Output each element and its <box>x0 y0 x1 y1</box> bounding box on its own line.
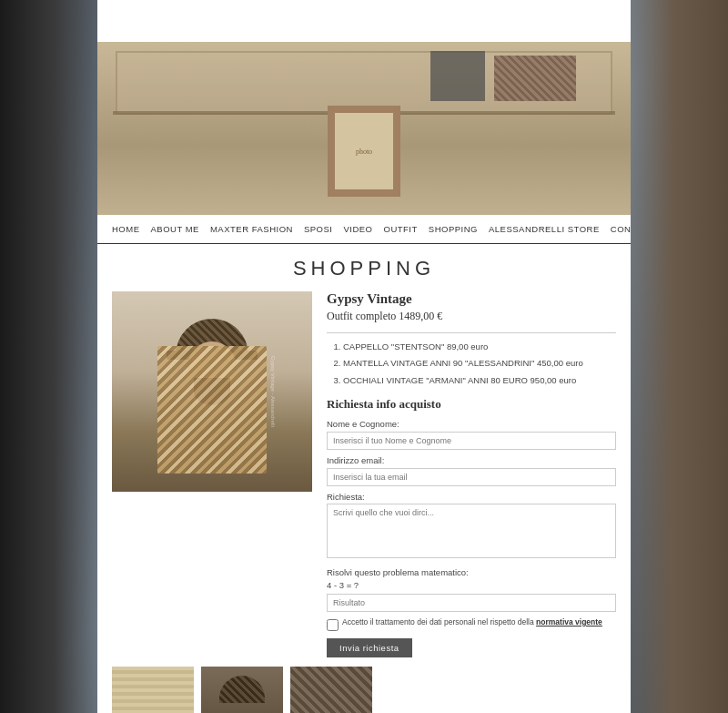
product-title: Gypsy Vintage <box>327 291 616 307</box>
nav-contact[interactable]: CONTACT <box>605 222 631 236</box>
privacy-link[interactable]: normativa vigente <box>536 617 602 626</box>
nav-video[interactable]: VIDEO <box>338 222 378 236</box>
nav-outfit[interactable]: OUTFIT <box>379 222 423 236</box>
form-title: Richiesta info acquisto <box>327 397 616 412</box>
product-price: Outfit completo 1489,00 € <box>327 310 616 323</box>
hero-cloth2 <box>430 51 485 101</box>
privacy-label: Accetto il trattamento dei dati personal… <box>342 617 602 628</box>
watermark: Gypsy Vintage - Alessandrelli <box>270 356 276 427</box>
nav-home[interactable]: HOME <box>106 222 146 236</box>
hero-image: photo <box>97 42 631 215</box>
thumb-3[interactable] <box>290 667 372 713</box>
thumb-1[interactable] <box>112 667 194 713</box>
email-input[interactable] <box>327 468 616 486</box>
name-label: Nome e Cognome: <box>327 419 616 429</box>
privacy-row: Accetto il trattamento dei dati personal… <box>327 617 616 631</box>
math-problem: 4 - 3 = ? <box>327 580 616 590</box>
submit-button[interactable]: Invia richiesta <box>327 638 412 657</box>
product-details: Gypsy Vintage Outfit completo 1489,00 € … <box>327 291 616 657</box>
thumb-2[interactable] <box>201 667 283 713</box>
product-items-list: CAPPELLO "STENTSON" 89,00 euro MANTELLA … <box>327 341 616 386</box>
nav-bar: HOME ABOUT ME MAXTER FASHION SPOSI VIDEO… <box>97 215 631 244</box>
list-item: MANTELLA VINTAGE ANNI 90 "ALESSANDRINI" … <box>343 357 616 369</box>
list-item: OCCHIALI VINTAGE "ARMANI" ANNI 80 EURO 9… <box>343 374 616 386</box>
hero-frame: photo <box>328 106 400 197</box>
privacy-checkbox[interactable] <box>327 619 339 631</box>
nav-maxter[interactable]: MAXTER FASHION <box>205 222 298 236</box>
product-main-image: Gypsy Vintage - Alessandrelli <box>112 291 312 657</box>
list-item: CAPPELLO "STENTSON" 89,00 euro <box>343 341 616 352</box>
page-heading: SHOPPING <box>97 244 631 291</box>
product-divider <box>327 332 616 333</box>
site-title: MA TER FASHION <box>271 9 456 27</box>
product-photo: Gypsy Vintage - Alessandrelli <box>112 291 312 492</box>
request-label: Richiesta: <box>327 492 616 502</box>
nav-sposi[interactable]: SPOSI <box>298 222 339 236</box>
name-input[interactable] <box>327 432 616 450</box>
bg-left-figure <box>0 0 109 713</box>
bg-right-figure <box>619 0 728 713</box>
nav-about[interactable]: ABOUT ME <box>146 222 205 236</box>
main-card: photo HOME ABOUT ME MAXTER FASHION SPOSI… <box>97 0 631 713</box>
math-label: Risolvi questo problema matematico: <box>327 567 616 577</box>
nav-shopping[interactable]: SHOPPING <box>423 222 483 236</box>
email-label: Indirizzo email: <box>327 455 616 465</box>
scarf <box>157 346 267 474</box>
request-textarea[interactable] <box>327 504 616 558</box>
nav-store[interactable]: ALESSANDRELLI STORE <box>483 222 605 236</box>
shopping-content: Gypsy Vintage - Alessandrelli Gypsy Vint… <box>97 291 631 657</box>
hero-cloth1 <box>494 56 576 101</box>
thumb-row <box>97 657 631 713</box>
math-input[interactable] <box>327 594 616 612</box>
